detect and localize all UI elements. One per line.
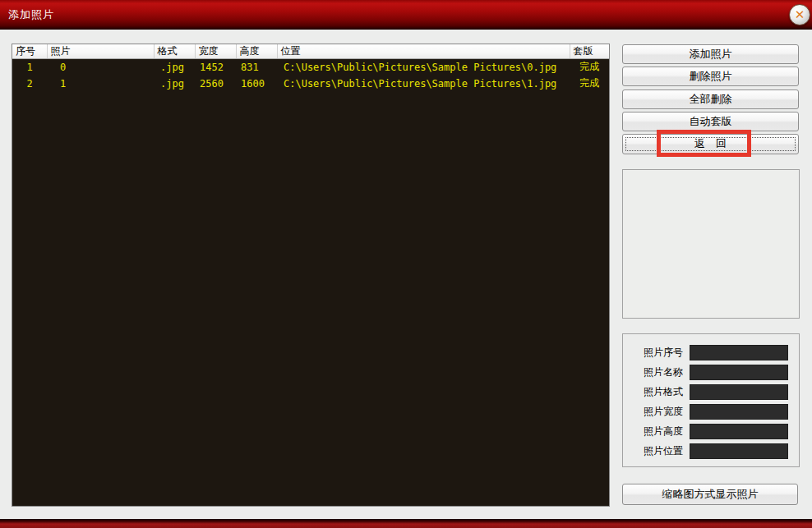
photo-height-field[interactable]: [690, 424, 788, 439]
cell-format: .jpg: [154, 59, 195, 76]
col-header-status[interactable]: 套版: [570, 44, 609, 59]
photo-format-field[interactable]: [690, 384, 788, 400]
add-photos-window: 添加照片 ✕ 序号 照片 格式 宽度 高度 位置 套版: [0, 0, 812, 528]
photo-index-label: 照片序号: [644, 346, 690, 360]
table-row[interactable]: 2 1 .jpg 2560 1600 C:\Users\Public\Pictu…: [12, 76, 609, 92]
photo-width-field[interactable]: [690, 404, 788, 420]
col-header-path[interactable]: 位置: [277, 44, 570, 59]
photo-name-label: 照片名称: [644, 365, 690, 379]
cell-photo: 1: [47, 76, 154, 92]
table-row[interactable]: 1 0 .jpg 1452 831 C:\Users\Public\Pictur…: [12, 59, 609, 76]
cell-seq: 1: [12, 59, 47, 76]
cell-path: C:\Users\Public\Pictures\Sample Pictures…: [277, 59, 570, 76]
photo-list[interactable]: 序号 照片 格式 宽度 高度 位置 套版 1 0 .jpg 1452 831 C…: [12, 44, 610, 507]
cell-format: .jpg: [154, 76, 195, 92]
cell-photo: 0: [47, 59, 154, 76]
delete-all-button[interactable]: 全部删除: [622, 90, 799, 109]
cell-width: 2560: [195, 76, 236, 92]
cell-seq: 2: [12, 76, 47, 92]
back-button[interactable]: 返 回: [622, 134, 799, 154]
add-photo-button[interactable]: 添加照片: [622, 44, 799, 64]
col-header-width[interactable]: 宽度: [195, 44, 236, 59]
cell-height: 831: [236, 59, 277, 76]
bottom-status-bar: [0, 519, 812, 528]
window-title: 添加照片: [8, 7, 54, 22]
col-header-height[interactable]: 高度: [236, 44, 277, 59]
cell-status: 完成: [570, 59, 609, 76]
photo-height-label: 照片高度: [644, 425, 690, 438]
cell-status: 完成: [570, 76, 609, 92]
col-header-format[interactable]: 格式: [154, 44, 195, 59]
photo-path-field[interactable]: [690, 443, 788, 459]
auto-layout-button[interactable]: 自动套版: [622, 112, 799, 131]
cell-width: 1452: [195, 59, 236, 76]
photo-index-field[interactable]: [690, 345, 788, 360]
photo-info-panel: 照片序号 照片名称 照片格式 照片宽度 照片高度 照片位置: [622, 333, 800, 467]
close-icon: ✕: [790, 5, 810, 25]
photo-preview-panel: [622, 169, 800, 319]
photo-table: 序号 照片 格式 宽度 高度 位置 套版 1 0 .jpg 1452 831 C…: [12, 44, 609, 92]
col-header-seq[interactable]: 序号: [12, 44, 47, 59]
photo-width-label: 照片宽度: [644, 405, 690, 419]
thumbnail-view-button[interactable]: 缩略图方式显示照片: [622, 484, 798, 505]
photo-path-label: 照片位置: [644, 444, 690, 458]
delete-photo-button[interactable]: 删除照片: [622, 67, 799, 86]
col-header-photo[interactable]: 照片: [47, 44, 154, 59]
photo-name-field[interactable]: [690, 365, 788, 380]
photo-format-label: 照片格式: [644, 385, 690, 399]
cell-path: C:\Users\Public\Pictures\Sample Pictures…: [277, 76, 570, 92]
close-button[interactable]: ✕: [789, 4, 810, 25]
titlebar: 添加照片 ✕: [0, 0, 812, 30]
cell-height: 1600: [236, 76, 277, 92]
table-header-row: 序号 照片 格式 宽度 高度 位置 套版: [12, 44, 609, 59]
